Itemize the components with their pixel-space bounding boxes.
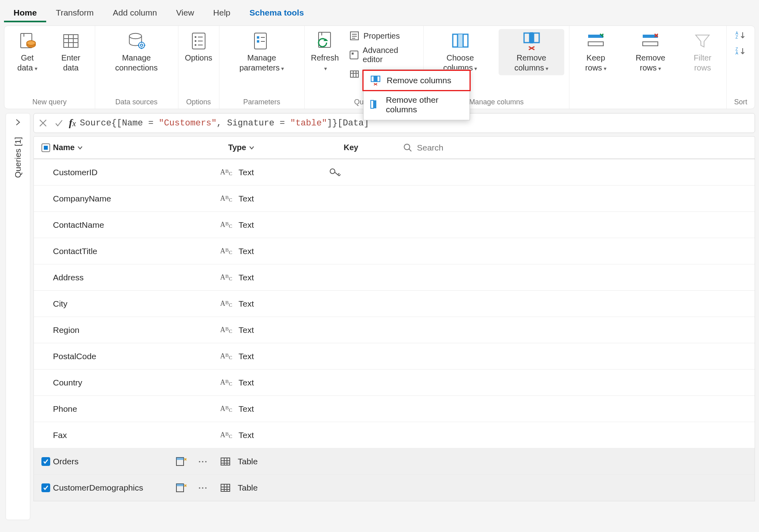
manage-connections-button[interactable]: Manage connections [100, 29, 173, 75]
options-button[interactable]: Options [183, 29, 214, 65]
table-row[interactable]: RegionABCText [34, 317, 755, 343]
select-all-checkbox[interactable] [39, 143, 53, 152]
svg-rect-70 [176, 484, 184, 486]
table-row[interactable]: PhoneABCText [34, 396, 755, 422]
group-label-newquery: New query [32, 96, 67, 106]
table-row[interactable]: ContactNameABCText [34, 212, 755, 238]
fx-icon: fx [69, 117, 76, 129]
remove-columns-button[interactable]: Remove columns▾ [499, 29, 564, 75]
more-options-button[interactable]: ··· [193, 457, 213, 466]
tab-help[interactable]: Help [203, 3, 240, 22]
expand-column-button[interactable] [169, 483, 193, 493]
cancel-formula-button[interactable] [37, 117, 49, 129]
row-name: Fax [53, 430, 214, 440]
row-type: Text [239, 430, 329, 440]
expand-queries-button[interactable] [11, 115, 25, 131]
more-options-button[interactable]: ··· [193, 483, 213, 493]
remove-other-columns-icon [370, 99, 380, 110]
row-name: Region [53, 325, 214, 335]
svg-text:Z: Z [736, 35, 738, 39]
row-name: City [53, 299, 214, 309]
column-header-row: Name Type Key [33, 136, 755, 159]
dropdown-remove-columns-label: Remove columns [387, 76, 451, 85]
header-key[interactable]: Key [344, 143, 403, 152]
apply-formula-button[interactable] [53, 117, 65, 129]
chevron-down-icon: ▾ [474, 65, 477, 72]
ribbon-group-datasources: Manage connections Data sources [95, 26, 178, 109]
close-icon [39, 119, 47, 127]
table-row[interactable]: PostalCodeABCText [34, 343, 755, 370]
table-row[interactable]: CityABCText [34, 291, 755, 317]
expand-column-button[interactable] [169, 457, 193, 466]
row-key [329, 167, 389, 178]
remove-columns-icon [522, 31, 541, 51]
queries-sidebar-label[interactable]: Queries [1] [13, 137, 23, 178]
tab-addcolumn[interactable]: Add column [103, 3, 166, 22]
properties-button[interactable]: Properties [347, 29, 402, 43]
keep-rows-button[interactable]: Keep rows▾ [574, 29, 617, 75]
chevron-down-icon: ▾ [281, 65, 284, 72]
key-icon [329, 167, 341, 178]
tab-transform[interactable]: Transform [46, 3, 103, 22]
row-checkbox[interactable] [39, 483, 53, 492]
tab-schema-tools[interactable]: Schema tools [240, 3, 314, 22]
main-panel: fx Source{[Name = "Customers", Signature… [33, 113, 755, 520]
table-type-icon [213, 457, 238, 466]
row-type: Text [239, 246, 329, 256]
svg-rect-55 [377, 76, 380, 82]
keep-rows-label: Keep rows [585, 53, 605, 72]
table-row[interactable]: FaxABCText [34, 422, 755, 448]
table-row[interactable]: AddressABCText [34, 264, 755, 291]
sort-desc-button[interactable]: ZA [735, 45, 747, 57]
text-type-icon: ABC [214, 194, 239, 203]
filter-rows-button: Filter rows [684, 29, 722, 75]
tab-bar: Home Transform Add column View Help Sche… [0, 0, 759, 22]
advanced-editor-button[interactable]: Advanced editor [347, 44, 419, 66]
text-type-icon: ABC [214, 352, 239, 360]
remove-rows-button[interactable]: Remove rows▾ [624, 29, 677, 75]
svg-rect-57 [371, 100, 374, 108]
tab-home[interactable]: Home [4, 3, 46, 22]
table-row[interactable]: CustomerDemographics···Table [34, 475, 755, 501]
choose-columns-icon [451, 31, 470, 51]
data-grid: CustomerIDABCTextCompanyNameABCTextConta… [33, 159, 755, 501]
enter-data-button[interactable]: Enter data [52, 29, 90, 75]
table-row[interactable]: Orders···Table [34, 448, 755, 475]
chevron-down-icon [248, 145, 255, 151]
svg-line-60 [409, 149, 411, 151]
table-row[interactable]: CompanyNameABCText [34, 186, 755, 212]
formula-part: ]}[Data] [327, 118, 369, 128]
table-row[interactable]: CountryABCText [34, 370, 755, 396]
table-type-icon [213, 483, 238, 492]
search-input[interactable] [416, 143, 480, 153]
row-checkbox[interactable] [39, 457, 53, 466]
table-row[interactable]: ContactTitleABCText [34, 238, 755, 264]
manage-parameters-button[interactable]: Manage parameters▾ [224, 29, 299, 75]
svg-rect-44 [534, 33, 539, 43]
search-box[interactable] [403, 143, 755, 153]
dropdown-remove-other-columns[interactable]: Remove other columns [364, 91, 469, 118]
ribbon-group-newquery: Get data▾ Enter data New query [4, 26, 95, 109]
dropdown-remove-columns[interactable]: Remove columns [362, 70, 471, 91]
header-type-label: Type [228, 143, 246, 152]
svg-rect-20 [195, 44, 196, 46]
svg-point-9 [138, 42, 144, 48]
remove-columns-label: Remove columns [514, 53, 546, 72]
sort-asc-button[interactable]: AZ [735, 29, 747, 41]
table-row[interactable]: CustomerIDABCText [34, 159, 755, 186]
get-data-label: Get data [18, 53, 34, 72]
get-data-button[interactable]: Get data▾ [9, 29, 45, 75]
svg-rect-40 [458, 34, 463, 47]
header-type[interactable]: Type [228, 143, 344, 152]
sort-desc-icon: ZA [736, 46, 746, 56]
svg-rect-63 [176, 458, 184, 460]
remove-rows-icon [641, 31, 660, 51]
ribbon-group-sort: AZ ZA Sort [727, 26, 755, 109]
refresh-button[interactable]: Refresh▾ [309, 29, 340, 75]
tab-view[interactable]: View [166, 3, 203, 22]
svg-rect-16 [195, 36, 196, 38]
check-icon [55, 119, 63, 127]
header-name[interactable]: Name [53, 143, 228, 152]
chevron-down-icon: ▾ [35, 65, 37, 72]
choose-columns-button[interactable]: Choose columns▾ [428, 29, 492, 75]
